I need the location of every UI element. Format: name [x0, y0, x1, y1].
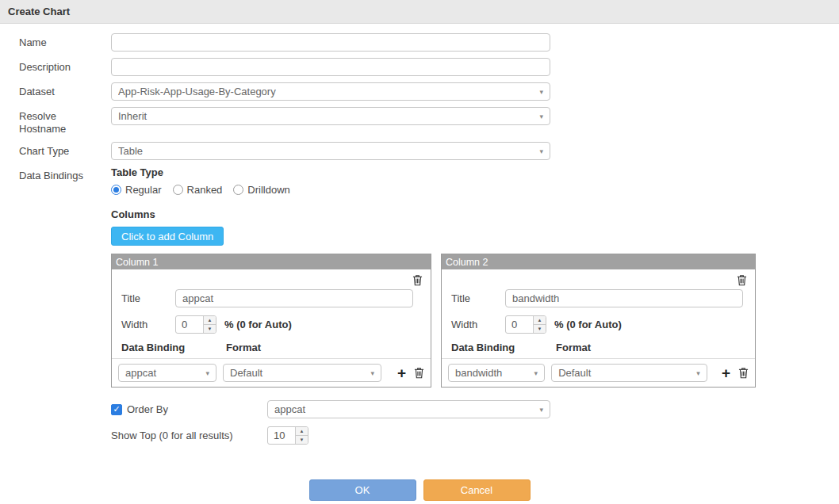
form-area: Name Description Dataset App-Risk-App-Us…	[0, 24, 839, 445]
dataset-value: App-Risk-App-Usage-By-Category	[118, 86, 534, 97]
show-top-row: Show Top (0 for all results) 10 ▲ ▼	[111, 426, 756, 445]
spinner-down-icon[interactable]: ▼	[534, 325, 546, 333]
radio-drilldown[interactable]: Drilldown	[233, 184, 289, 196]
column-2-width-stepper[interactable]: 0 ▲ ▼	[505, 315, 546, 334]
resolve-hostname-label: Resolve Hostname	[0, 107, 111, 136]
trash-icon	[738, 367, 749, 379]
order-by-value: appcat	[274, 403, 534, 415]
title-label: Title	[118, 292, 175, 304]
format-label: Format	[556, 342, 591, 353]
chart-type-value: Table	[118, 145, 534, 157]
column-1-binding-dropdown[interactable]: appcat ▾	[118, 364, 216, 382]
delete-column-button[interactable]	[737, 274, 747, 286]
chevron-down-icon: ▾	[534, 147, 543, 155]
dataset-label: Dataset	[0, 82, 111, 101]
spinner-down-icon[interactable]: ▼	[204, 325, 216, 333]
data-bindings-content: Table Type Regular Ranked Drilldown	[111, 166, 756, 445]
chevron-down-icon: ▾	[366, 369, 374, 377]
column-2-body: Title Width 0 ▲ ▼	[442, 269, 755, 387]
chart-type-row: Chart Type Table ▾	[0, 142, 839, 160]
radio-dot-icon	[173, 185, 183, 195]
spinner-up-icon[interactable]: ▲	[296, 427, 308, 436]
chevron-down-icon: ▾	[530, 369, 538, 377]
radio-ranked[interactable]: Ranked	[173, 184, 223, 196]
column-1-body: Title Width 0 ▲ ▼	[112, 269, 431, 387]
chevron-down-icon: ▾	[534, 88, 543, 96]
spinner-down-icon[interactable]: ▼	[296, 436, 308, 444]
dataset-row: Dataset App-Risk-App-Usage-By-Category ▾	[0, 82, 839, 101]
chart-type-label: Chart Type	[0, 142, 111, 160]
binding-value: bandwidth	[455, 367, 530, 379]
delete-binding-button[interactable]	[414, 367, 424, 379]
column-1-header: Column 1	[112, 254, 431, 269]
order-by-checkbox[interactable]: ✓	[111, 404, 122, 415]
name-row: Name	[0, 33, 839, 52]
chevron-down-icon: ▾	[201, 369, 209, 377]
column-1-binding-row: appcat ▾ Default ▾ +	[112, 358, 431, 387]
column-1-width-stepper[interactable]: 0 ▲ ▼	[175, 315, 216, 334]
radio-drilldown-label: Drilldown	[247, 184, 289, 196]
chevron-down-icon: ▾	[692, 369, 700, 377]
chart-type-dropdown[interactable]: Table ▾	[111, 142, 550, 160]
add-column-button[interactable]: Click to add Column	[111, 227, 224, 246]
width-label: Width	[118, 319, 175, 330]
dialog-footer: OK Cancel	[0, 479, 839, 501]
name-input[interactable]	[111, 33, 550, 52]
delete-binding-button[interactable]	[738, 367, 749, 379]
description-label: Description	[0, 58, 111, 76]
column-2-binding-dropdown[interactable]: bandwidth ▾	[448, 364, 545, 382]
data-bindings-row: Data Bindings Table Type Regular Ranked …	[0, 166, 839, 445]
column-panel-1: Column 1	[111, 254, 431, 388]
resolve-hostname-value: Inherit	[118, 110, 534, 122]
width-value: 0	[176, 316, 203, 333]
dialog-title: Create Chart	[0, 0, 839, 24]
format-value: Default	[230, 367, 366, 379]
columns-label: Columns	[111, 208, 756, 220]
checkmark-icon: ✓	[113, 404, 120, 414]
radio-regular[interactable]: Regular	[111, 184, 162, 196]
ok-button[interactable]: OK	[309, 479, 416, 501]
table-type-label: Table Type	[111, 166, 756, 178]
name-label: Name	[0, 33, 111, 52]
trash-icon	[737, 274, 747, 286]
spinner-up-icon[interactable]: ▲	[534, 316, 546, 325]
add-binding-button[interactable]: +	[396, 368, 408, 379]
width-label: Width	[448, 319, 505, 330]
spinner-up-icon[interactable]: ▲	[204, 316, 216, 325]
add-binding-button[interactable]: +	[720, 368, 732, 379]
column-2-header: Column 2	[442, 254, 755, 269]
trash-icon	[414, 367, 424, 379]
dataset-dropdown[interactable]: App-Risk-App-Usage-By-Category ▾	[111, 82, 550, 101]
column-1-title-input[interactable]	[175, 289, 413, 307]
cancel-button[interactable]: Cancel	[423, 479, 531, 501]
trash-icon	[412, 274, 423, 286]
data-binding-label: Data Binding	[448, 342, 556, 353]
column-panels: Column 1	[111, 254, 756, 388]
chevron-down-icon: ▾	[534, 113, 543, 120]
radio-dot-icon	[111, 185, 121, 195]
show-top-stepper[interactable]: 10 ▲ ▼	[267, 426, 308, 445]
order-by-row: ✓ Order By appcat ▾	[111, 400, 756, 418]
column-1-format-dropdown[interactable]: Default ▾	[223, 364, 381, 382]
width-value: 0	[506, 316, 533, 333]
title-label: Title	[448, 292, 505, 304]
column-2-format-dropdown[interactable]: Default ▾	[551, 364, 707, 382]
data-bindings-label: Data Bindings	[0, 166, 111, 445]
resolve-hostname-row: Resolve Hostname Inherit ▾	[0, 107, 839, 136]
data-binding-label: Data Binding	[118, 342, 226, 353]
format-value: Default	[558, 367, 692, 379]
show-top-label: Show Top (0 for all results)	[111, 430, 267, 441]
column-2-title-input[interactable]	[505, 289, 743, 307]
column-2-binding-row: bandwidth ▾ Default ▾ +	[442, 358, 755, 387]
radio-regular-label: Regular	[125, 184, 162, 196]
resolve-hostname-dropdown[interactable]: Inherit ▾	[111, 107, 550, 125]
order-by-dropdown[interactable]: appcat ▾	[267, 400, 550, 418]
delete-column-button[interactable]	[412, 274, 423, 286]
table-type-radios: Regular Ranked Drilldown	[111, 184, 756, 196]
width-hint: % (0 for Auto)	[554, 319, 622, 330]
binding-value: appcat	[125, 367, 201, 379]
radio-ranked-label: Ranked	[187, 184, 223, 196]
description-input[interactable]	[111, 58, 550, 76]
format-label: Format	[226, 342, 261, 353]
column-panel-2: Column 2	[441, 254, 756, 388]
